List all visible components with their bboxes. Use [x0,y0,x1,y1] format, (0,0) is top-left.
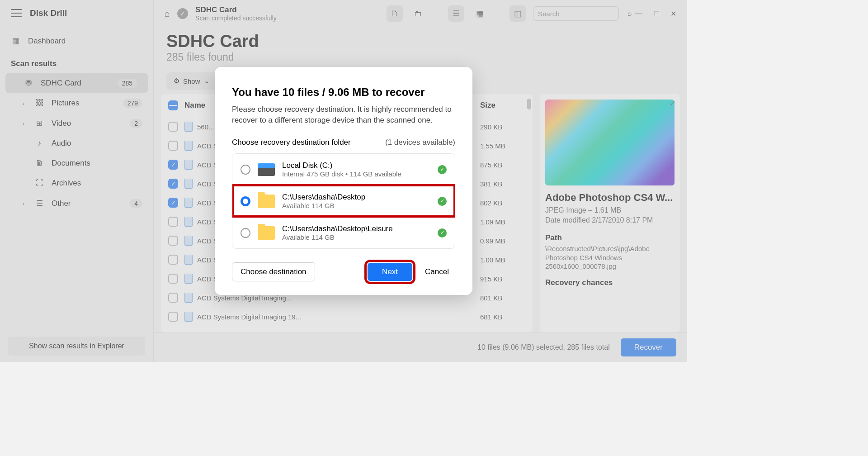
destination-sub: Available 114 GB [282,233,430,241]
dialog-backdrop: You have 10 files / 9.06 MB to recover P… [0,0,687,362]
destination-name: C:\Users\dasha\Desktop\Leisure [282,224,430,233]
destination-radio[interactable] [241,196,250,206]
destination-sub: Available 114 GB [282,202,430,209]
destination-radio[interactable] [241,228,250,238]
check-icon: ✓ [438,165,447,174]
dialog-title: You have 10 files / 9.06 MB to recover [232,86,455,99]
destination-item[interactable]: Local Disk (C:)Internal 475 GB disk • 11… [232,154,455,185]
dialog-text: Please choose recovery destination. It i… [232,104,455,126]
dialog-devices-count: (1 devices available) [385,138,455,147]
folder-icon [258,195,275,208]
destination-item[interactable]: C:\Users\dasha\DesktopAvailable 114 GB✓ [232,185,455,217]
cancel-button[interactable]: Cancel [419,263,455,281]
destination-name: C:\Users\dasha\Desktop [282,193,430,202]
check-icon: ✓ [438,228,447,238]
destination-name: Local Disk (C:) [282,161,430,170]
dialog-choose-label: Choose recovery destination folder [232,138,351,147]
destination-item[interactable]: C:\Users\dasha\Desktop\LeisureAvailable … [232,217,455,248]
choose-destination-button[interactable]: Choose destination [232,262,315,281]
drive-icon [258,163,275,176]
check-icon: ✓ [438,197,447,206]
destination-radio[interactable] [241,165,250,175]
destination-list: Local Disk (C:)Internal 475 GB disk • 11… [232,153,455,249]
destination-sub: Internal 475 GB disk • 114 GB available [282,170,430,178]
next-button[interactable]: Next [368,263,412,281]
folder-icon [258,226,275,240]
recovery-dialog: You have 10 files / 9.06 MB to recover P… [215,67,472,295]
